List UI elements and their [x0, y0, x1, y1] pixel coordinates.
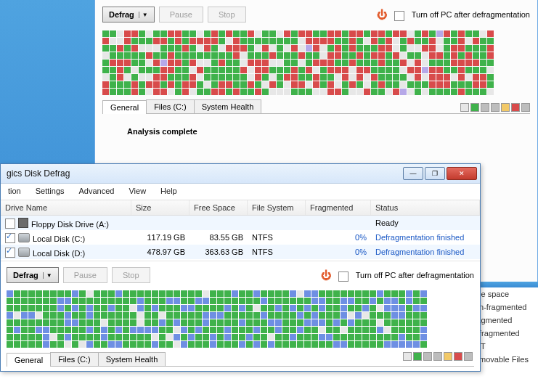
cluster-cell — [188, 290, 195, 297]
cluster-cell — [28, 298, 35, 304]
cluster-cell — [333, 305, 340, 311]
cluster-cell — [239, 319, 245, 326]
tab-general[interactable]: General — [7, 353, 51, 367]
cluster-cell — [399, 305, 405, 311]
column-header[interactable]: Free Space — [189, 200, 248, 215]
tab-general[interactable]: General — [102, 100, 147, 114]
cluster-cell — [268, 341, 274, 348]
column-header[interactable]: Drive Name — [1, 200, 131, 215]
cluster-cell — [269, 52, 276, 59]
cluster-cell — [473, 38, 479, 44]
row-checkbox[interactable] — [5, 219, 15, 229]
minimize-button[interactable]: — — [403, 167, 423, 180]
close-button[interactable]: ✕ — [447, 167, 477, 180]
menu-item[interactable]: Advanced — [72, 185, 122, 197]
column-header[interactable]: Fragmented — [306, 200, 371, 215]
turnoff-label: Turn off PC after defragmentation — [412, 10, 530, 19]
cluster-cell — [152, 327, 158, 333]
cluster-cell — [108, 334, 115, 340]
cluster-cell — [291, 30, 298, 37]
cluster-cell — [253, 312, 260, 319]
cluster-cell — [480, 60, 486, 66]
tab-files-c[interactable]: Files (C:) — [146, 99, 195, 113]
cluster-cell — [182, 60, 189, 66]
cluster-cell — [415, 45, 421, 52]
cluster-cell — [204, 45, 211, 52]
pause-button[interactable]: Pause — [159, 7, 203, 23]
defrag-button[interactable]: Defrag ▼ — [102, 7, 155, 23]
cluster-cell — [275, 298, 282, 304]
cluster-cell — [291, 67, 298, 73]
cluster-cell — [320, 89, 327, 95]
cluster-cell — [159, 298, 166, 304]
cluster-cell — [436, 74, 443, 81]
pause-button[interactable]: Pause — [63, 267, 107, 283]
cluster-cell — [364, 30, 370, 37]
cluster-cell — [458, 38, 465, 44]
cluster-cell — [384, 312, 391, 319]
cluster-cell — [175, 38, 182, 44]
turnoff-checkbox[interactable] — [338, 271, 349, 282]
cluster-cell — [72, 327, 78, 333]
cluster-cell — [239, 341, 245, 348]
defrag-dropdown-icon[interactable]: ▼ — [139, 12, 148, 18]
menu-item[interactable]: Help — [153, 185, 184, 197]
row-checkbox[interactable] — [5, 233, 15, 243]
menu-item[interactable]: View — [121, 185, 153, 197]
cluster-cell — [189, 89, 196, 95]
turnoff-checkbox[interactable] — [394, 11, 404, 21]
cluster-cell — [371, 30, 378, 37]
cluster-cell — [268, 298, 274, 304]
cluster-cell — [333, 298, 340, 304]
tab-system-health[interactable]: System Health — [194, 99, 262, 113]
cluster-cell — [349, 38, 356, 44]
legend-mini — [403, 352, 474, 366]
menu-item[interactable]: Settings — [28, 185, 72, 197]
cluster-cell — [57, 319, 64, 326]
cluster-cell — [240, 45, 247, 52]
cluster-cell — [407, 52, 414, 59]
cluster-cell — [311, 327, 318, 333]
cluster-cell — [284, 60, 290, 66]
column-header[interactable]: File System — [248, 200, 306, 215]
stop-button[interactable]: Stop — [112, 267, 150, 283]
table-row[interactable]: Local Disk (D:)478.97 GB363.63 GBNTFS0%D… — [1, 245, 480, 259]
menu-item[interactable]: tion — [1, 185, 28, 197]
row-checkbox[interactable] — [5, 248, 15, 258]
cluster-cell — [50, 312, 57, 319]
cluster-cell — [298, 45, 305, 52]
defrag-dropdown-icon[interactable]: ▼ — [43, 272, 52, 279]
cluster-cell — [144, 290, 151, 297]
cluster-cell — [219, 67, 225, 73]
cluster-cell — [65, 290, 71, 297]
cluster-cell — [203, 312, 209, 319]
cluster-cell — [175, 45, 182, 52]
cluster-cell — [86, 334, 93, 340]
cluster-cell — [391, 305, 398, 311]
cluster-cell — [94, 327, 100, 333]
tab-system-health[interactable]: System Health — [98, 352, 166, 366]
cluster-cell — [384, 341, 391, 348]
tab-files-c[interactable]: Files (C:) — [50, 352, 99, 366]
cluster-cell — [306, 89, 312, 95]
cluster-cell — [277, 38, 283, 44]
cluster-cell — [370, 312, 376, 319]
cluster-cell — [211, 60, 218, 66]
column-header[interactable]: Status — [371, 200, 480, 215]
cluster-cell — [204, 30, 211, 37]
defrag-button[interactable]: Defrag ▼ — [7, 267, 59, 283]
cluster-cell — [226, 52, 232, 59]
cluster-cell — [393, 45, 399, 52]
cluster-cell — [386, 52, 392, 59]
table-row[interactable]: Floppy Disk Drive (A:)Ready — [1, 216, 480, 230]
cluster-cell — [115, 312, 122, 319]
stop-button[interactable]: Stop — [208, 7, 246, 23]
cluster-cell — [298, 60, 305, 66]
maximize-button[interactable]: ❐ — [425, 167, 445, 180]
column-header[interactable]: Size — [131, 200, 189, 215]
table-row[interactable]: Local Disk (C:)117.19 GB83.55 GBNTFS0%De… — [1, 230, 480, 245]
cluster-cell — [253, 290, 260, 297]
titlebar[interactable]: gics Disk Defrag — ❐ ✕ — [1, 164, 480, 184]
cluster-cell — [261, 305, 267, 311]
cluster-cell — [356, 38, 363, 44]
